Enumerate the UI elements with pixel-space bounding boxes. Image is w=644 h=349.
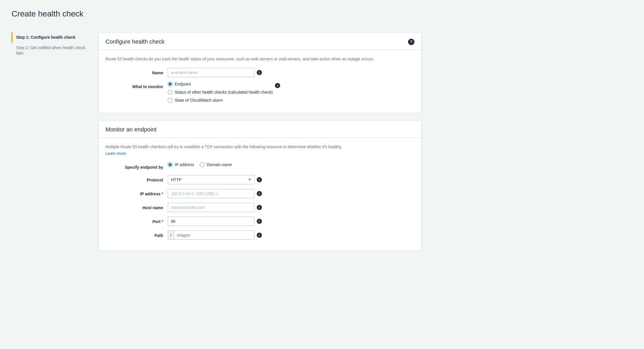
what-to-monitor-row: What to monitor Endpoint Status of other…	[105, 82, 414, 103]
host-name-row: Host name i	[105, 203, 414, 212]
protocol-row: Protocol HTTP HTTPS TCP i	[105, 175, 414, 184]
main-content: Configure health check ? Route 53 health…	[98, 32, 422, 257]
protocol-label: Protocol	[105, 175, 163, 183]
ip-address-input[interactable]	[168, 189, 254, 198]
radio-cloudwatch[interactable]	[168, 98, 172, 103]
monitor-endpoint-section: Monitor an endpoint Multiple Route 53 he…	[98, 120, 422, 250]
name-info-icon[interactable]: i	[257, 70, 262, 75]
port-required: *	[162, 219, 163, 224]
radio-option-endpoint[interactable]: Endpoint	[168, 82, 273, 86]
port-control-group: i	[168, 217, 414, 226]
protocol-control-group: HTTP HTTPS TCP i	[168, 175, 414, 184]
radio-domain-name-option[interactable]: Domain name	[200, 162, 232, 167]
host-name-info-icon[interactable]: i	[257, 205, 262, 210]
radio-status-other-label: Status of other health checks (calculate…	[175, 90, 273, 94]
radio-status-other[interactable]	[168, 90, 172, 94]
configure-section: Configure health check ? Route 53 health…	[98, 32, 422, 113]
host-name-label: Host name	[105, 203, 163, 211]
radio-endpoint-label: Endpoint	[175, 82, 191, 86]
monitor-endpoint-description: Multiple Route 53 health checkers will t…	[105, 144, 414, 157]
sidebar: Step 1: Configure health check Step 2: G…	[12, 32, 87, 257]
radio-cloudwatch-label: State of CloudWatch alarm	[175, 98, 223, 103]
path-input[interactable]	[174, 231, 254, 240]
radio-ip-address[interactable]	[168, 162, 172, 167]
what-to-monitor-control-group: Endpoint Status of other health checks (…	[168, 82, 414, 103]
configure-description: Route 53 health checks let you track the…	[105, 56, 414, 62]
monitor-endpoint-header: Monitor an endpoint	[98, 120, 421, 138]
sidebar-step-1[interactable]: Step 1: Configure health check	[12, 32, 87, 43]
protocol-select[interactable]: HTTP HTTPS TCP	[168, 175, 254, 184]
specify-endpoint-control-group: IP address Domain name	[168, 162, 414, 167]
what-to-monitor-info-icon[interactable]: i	[275, 83, 280, 88]
port-row: Port * i	[105, 217, 414, 226]
monitor-endpoint-title: Monitor an endpoint	[105, 126, 157, 133]
path-input-group: /	[168, 231, 254, 240]
port-input[interactable]	[168, 217, 254, 226]
protocol-info-icon[interactable]: i	[257, 177, 262, 182]
host-name-input[interactable]	[168, 203, 254, 212]
ip-address-required: *	[162, 192, 163, 196]
configure-section-body: Route 53 health checks let you track the…	[98, 50, 421, 113]
ip-address-label: IP address *	[105, 189, 163, 197]
path-row: Path / i	[105, 231, 414, 240]
name-control-group: i	[168, 68, 414, 77]
configure-help-icon[interactable]: ?	[408, 39, 414, 45]
ip-address-row: IP address * i	[105, 189, 414, 198]
radio-endpoint[interactable]	[168, 82, 172, 86]
specify-endpoint-row: Specify endpoint by IP address Domain na…	[105, 162, 414, 170]
specify-endpoint-options: IP address Domain name	[168, 162, 232, 167]
radio-option-status-other[interactable]: Status of other health checks (calculate…	[168, 90, 273, 94]
path-slash: /	[168, 231, 174, 240]
name-label: Name	[105, 68, 163, 76]
ip-address-control-group: i	[168, 189, 414, 198]
radio-domain-name-label: Domain name	[207, 162, 232, 167]
radio-domain-name[interactable]	[200, 162, 204, 167]
what-to-monitor-label: What to monitor	[105, 82, 163, 90]
port-label: Port *	[105, 217, 163, 225]
configure-section-header: Configure health check ?	[98, 33, 421, 50]
host-name-control-group: i	[168, 203, 414, 212]
port-info-icon[interactable]: i	[257, 219, 262, 224]
sidebar-step-2[interactable]: Step 2: Get notified when health check f…	[12, 43, 87, 59]
path-control-group: / i	[168, 231, 414, 240]
path-label: Path	[105, 231, 163, 239]
name-row: Name i	[105, 68, 414, 77]
path-info-icon[interactable]: i	[257, 233, 262, 238]
learn-more-link[interactable]: Learn more	[105, 151, 126, 156]
radio-option-cloudwatch[interactable]: State of CloudWatch alarm	[168, 98, 273, 103]
configure-section-title: Configure health check	[105, 38, 165, 45]
what-to-monitor-options: Endpoint Status of other health checks (…	[168, 82, 273, 103]
ip-address-info-icon[interactable]: i	[257, 191, 262, 196]
radio-ip-address-option[interactable]: IP address	[168, 162, 194, 167]
radio-ip-address-label: IP address	[175, 162, 194, 167]
specify-endpoint-label: Specify endpoint by	[105, 162, 163, 170]
monitor-endpoint-body: Multiple Route 53 health checkers will t…	[98, 138, 421, 250]
page-title: Create health check	[12, 9, 83, 18]
name-input[interactable]	[168, 68, 254, 77]
